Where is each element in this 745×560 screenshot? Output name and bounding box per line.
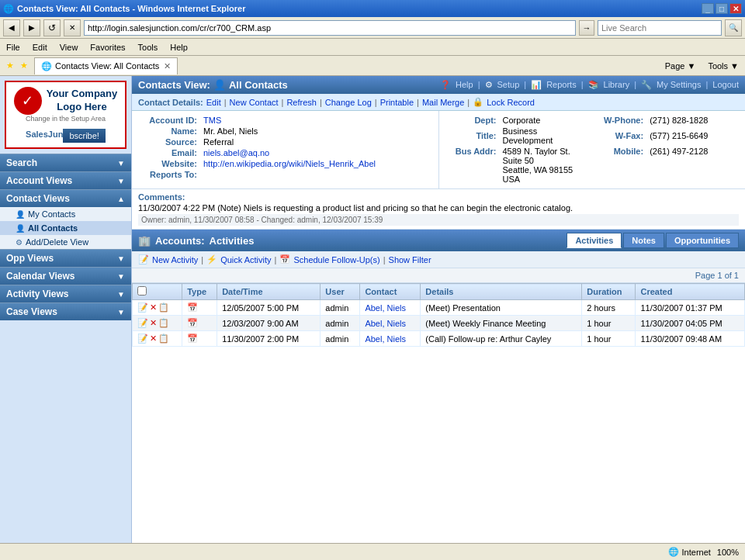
maximize-button[interactable]: □: [716, 3, 728, 14]
col-created[interactable]: Created: [636, 284, 745, 300]
close-button[interactable]: ✕: [729, 3, 742, 14]
edit-icon[interactable]: 📝: [137, 334, 148, 344]
copy-icon[interactable]: 📋: [158, 334, 169, 344]
change-log-link[interactable]: Change Log: [325, 98, 372, 107]
tab-activities[interactable]: Activities: [567, 233, 622, 248]
activities-table: Type Date/Time User Contact Details Dura…: [132, 283, 745, 347]
chevron-down-icon: ▼: [117, 159, 125, 168]
col-datetime[interactable]: Date/Time: [217, 284, 321, 300]
menu-favorites[interactable]: Favorites: [90, 43, 125, 52]
bus-addr-value: 4589 N. Taylor St.Suite 50Seattle, WA 98…: [503, 147, 580, 184]
content-header: Contacts View: 👤 All Contacts ❓ Help | ⚙…: [132, 76, 745, 94]
chevron-down-icon: ▼: [117, 272, 125, 281]
row-details: (Meet) Presentation: [421, 300, 582, 316]
forward-button[interactable]: ▶: [23, 19, 40, 36]
tab-close[interactable]: ✕: [164, 61, 171, 71]
delete-icon[interactable]: ✕: [150, 334, 157, 344]
tools-button[interactable]: Tools ▼: [708, 61, 739, 71]
edit-link[interactable]: Edit: [206, 98, 221, 107]
website-link[interactable]: http://en.wikipedia.org/wiki/Niels_Henri…: [203, 159, 376, 168]
delete-icon[interactable]: ✕: [150, 318, 157, 328]
library-link[interactable]: Library: [604, 80, 630, 90]
contact-views-items: 👤 My Contacts 👤 All Contacts ⚙ Add/Delet…: [0, 207, 131, 249]
col-type[interactable]: Type: [182, 284, 217, 300]
url-input[interactable]: [84, 20, 576, 36]
sidebar-item-my-contacts[interactable]: 👤 My Contacts: [0, 207, 131, 221]
select-all-checkbox[interactable]: [137, 286, 147, 296]
live-search-input[interactable]: [598, 20, 722, 36]
header-links: ❓ Help | ⚙ Setup | 📊 Reports | 📚 Library…: [440, 80, 739, 90]
sidebar-header-contact-views[interactable]: Contact Views ▲: [0, 189, 131, 207]
new-contact-link[interactable]: New Contact: [230, 98, 279, 107]
stop-button[interactable]: ✕: [64, 19, 81, 36]
refresh-link[interactable]: Refresh: [286, 98, 317, 107]
sidebar-header-search[interactable]: Search ▼: [0, 154, 131, 171]
favorites-tab[interactable]: 🌐 Contacts View: All Contacts ✕: [34, 57, 178, 74]
show-filter-link[interactable]: Show Filter: [389, 255, 431, 264]
sidebar-item-add-delete-view[interactable]: ⚙ Add/Delete View: [0, 235, 131, 249]
sidebar-header-case-views[interactable]: Case Views ▼: [0, 302, 131, 320]
col-details[interactable]: Details: [421, 284, 582, 300]
copy-icon[interactable]: 📋: [158, 318, 169, 328]
sidebar-header-calendar-views[interactable]: Calendar Views ▼: [0, 267, 131, 285]
menu-view[interactable]: View: [60, 43, 78, 52]
main-layout: ✓ Your Company Logo Here Change in the S…: [0, 76, 745, 558]
row-duration: 1 hour: [582, 316, 636, 331]
search-go-button[interactable]: 🔍: [725, 19, 742, 36]
account-id-link[interactable]: TMS: [203, 116, 221, 125]
contact-link[interactable]: Abel, Niels: [365, 319, 406, 328]
menu-file[interactable]: File: [6, 43, 20, 52]
table-row: 📝 ✕ 📋 📅 12/05/2007 5:00 PM admin Abel, N…: [133, 300, 745, 316]
page-button[interactable]: Page ▼: [665, 61, 696, 71]
edit-icon[interactable]: 📝: [137, 302, 148, 313]
lock-record-link[interactable]: Lock Record: [487, 98, 535, 107]
col-duration[interactable]: Duration: [582, 284, 636, 300]
reports-link[interactable]: Reports: [546, 80, 577, 90]
sidebar-header-activity-views[interactable]: Activity Views ▼: [0, 285, 131, 302]
quick-activity-link[interactable]: Quick Activity: [220, 255, 271, 264]
w-fax-label: W-Fax:: [582, 126, 649, 145]
setup-link[interactable]: Setup: [497, 80, 520, 90]
contact-link[interactable]: Abel, Niels: [365, 334, 406, 344]
printable-link[interactable]: Printable: [380, 98, 414, 107]
email-link[interactable]: niels.abel@aq.no: [203, 148, 269, 157]
schedule-followup-link[interactable]: Schedule Follow-Up(s): [293, 255, 379, 264]
zone-label: Internet: [682, 548, 711, 557]
minimize-button[interactable]: _: [702, 3, 714, 14]
type-icon: 📅: [187, 334, 198, 343]
reports-to-label: Reports To:: [140, 170, 202, 179]
edit-icon[interactable]: 📝: [137, 318, 148, 328]
go-button[interactable]: →: [579, 20, 594, 36]
sidebar: ✓ Your Company Logo Here Change in the S…: [0, 76, 132, 558]
copy-icon[interactable]: 📋: [158, 302, 169, 313]
accounts-label: Accounts:: [155, 235, 205, 247]
my-settings-link[interactable]: My Settings: [657, 80, 701, 90]
logout-link[interactable]: Logout: [712, 80, 739, 90]
help-link[interactable]: Help: [456, 80, 473, 90]
sidebar-section-account-views: Account Views ▼: [0, 171, 131, 189]
menu-help[interactable]: Help: [170, 43, 188, 52]
col-contact[interactable]: Contact: [360, 284, 421, 300]
back-button[interactable]: ◀: [3, 19, 20, 36]
settings-icon: 🔧: [641, 80, 652, 90]
tab-icon: 🌐: [41, 61, 52, 71]
tab-opportunities[interactable]: Opportunities: [666, 233, 739, 248]
sidebar-header-account-views[interactable]: Account Views ▼: [0, 171, 131, 189]
sidebar-header-opp-views[interactable]: Opp Views ▼: [0, 249, 131, 267]
refresh-button[interactable]: ↺: [43, 19, 61, 36]
row-details: (Call) Follow-up re: Arthur Cayley: [421, 331, 582, 347]
sidebar-item-all-contacts[interactable]: 👤 All Contacts: [0, 221, 131, 235]
delete-icon[interactable]: ✕: [150, 302, 157, 313]
menu-tools[interactable]: Tools: [138, 43, 158, 52]
col-user[interactable]: User: [321, 284, 360, 300]
subscribe-button[interactable]: bscribe!: [63, 129, 106, 143]
row-duration: 1 hour: [582, 331, 636, 347]
globe-icon: 🌐: [668, 547, 679, 557]
tab-notes[interactable]: Notes: [623, 233, 664, 248]
contact-link[interactable]: Abel, Niels: [365, 303, 406, 313]
mail-merge-link[interactable]: Mail Merge: [422, 98, 464, 107]
sidebar-section-activity-views: Activity Views ▼: [0, 285, 131, 302]
new-activity-link[interactable]: New Activity: [152, 255, 198, 264]
activities-section-title: Activities: [210, 235, 255, 247]
menu-edit[interactable]: Edit: [33, 43, 47, 52]
